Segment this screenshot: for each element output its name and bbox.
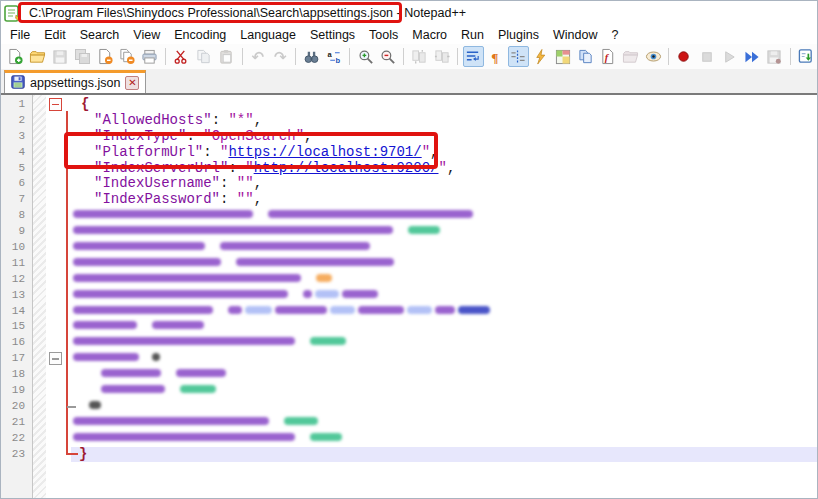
line-number[interactable]: 13 bbox=[1, 288, 32, 304]
code-lines[interactable]: {"AllowedHosts": "*","IndexType": "OpenS… bbox=[71, 97, 817, 462]
line-number[interactable]: 16 bbox=[1, 335, 32, 351]
edit-popup-button[interactable] bbox=[796, 46, 816, 67]
sync-vertical-scrolling-button[interactable] bbox=[409, 46, 429, 67]
line-number[interactable]: 21 bbox=[1, 415, 32, 431]
menu-item-window[interactable]: Window bbox=[546, 27, 604, 43]
line-number[interactable]: 17 bbox=[1, 351, 32, 367]
menu-item-file[interactable]: File bbox=[3, 27, 37, 43]
document-list-button[interactable] bbox=[575, 46, 595, 67]
menu-item-plugins[interactable]: Plugins bbox=[491, 27, 546, 43]
fold-collapse-icon[interactable] bbox=[49, 352, 62, 365]
line-number[interactable]: 20 bbox=[1, 399, 32, 415]
document-map-button[interactable] bbox=[553, 46, 573, 67]
code-line[interactable] bbox=[71, 415, 817, 431]
code-token-url[interactable]: https://localhost:9701/ bbox=[228, 144, 421, 160]
code-line[interactable]: "PlatformUrl": "https://localhost:9701/"… bbox=[71, 145, 817, 161]
open-file-button[interactable] bbox=[27, 46, 47, 67]
line-number[interactable]: 6 bbox=[1, 176, 32, 192]
close-all-button[interactable] bbox=[117, 46, 137, 67]
menu-item-view[interactable]: View bbox=[126, 27, 167, 43]
menu-item-settings[interactable]: Settings bbox=[303, 27, 362, 43]
line-number[interactable]: 10 bbox=[1, 240, 32, 256]
code-line[interactable] bbox=[71, 335, 817, 351]
zoom-out-button[interactable] bbox=[378, 46, 398, 67]
line-number[interactable]: 18 bbox=[1, 367, 32, 383]
tab-close-icon[interactable]: ✕ bbox=[125, 76, 139, 90]
sync-horizontal-scrolling-button[interactable] bbox=[432, 46, 452, 67]
code-line[interactable] bbox=[71, 383, 817, 399]
folder-as-workspace-button[interactable] bbox=[620, 46, 640, 67]
line-number-margin[interactable]: 1234567891011121314151617181920212223 bbox=[1, 95, 33, 498]
line-number[interactable]: 7 bbox=[1, 192, 32, 208]
line-number[interactable]: 12 bbox=[1, 272, 32, 288]
menu-item-run[interactable]: Run bbox=[454, 27, 491, 43]
replace-button[interactable]: ab bbox=[324, 46, 344, 67]
code-line[interactable] bbox=[71, 319, 817, 335]
code-line[interactable] bbox=[71, 304, 817, 320]
line-number[interactable]: 19 bbox=[1, 383, 32, 399]
macro-stop-button[interactable] bbox=[697, 46, 717, 67]
monitoring-button[interactable] bbox=[643, 46, 663, 67]
code-line[interactable]: "IndexType": "OpenSearch", bbox=[71, 129, 817, 145]
undo-button[interactable]: ↶ bbox=[248, 46, 268, 67]
cut-button[interactable] bbox=[171, 46, 191, 67]
print-button[interactable] bbox=[140, 46, 160, 67]
code-line[interactable]: "IndexServerUrl": "http://localhost:9200… bbox=[71, 161, 817, 177]
new-file-button[interactable] bbox=[5, 46, 25, 67]
save-all-button[interactable] bbox=[72, 46, 92, 67]
line-number[interactable]: 1 bbox=[1, 97, 32, 113]
line-number[interactable]: 3 bbox=[1, 129, 32, 145]
line-number[interactable]: 15 bbox=[1, 319, 32, 335]
code-token-url[interactable]: http://localhost:9200/ bbox=[254, 160, 439, 176]
show-all-characters-button[interactable]: ¶ bbox=[486, 46, 506, 67]
bookmark-margin[interactable] bbox=[33, 95, 46, 498]
macro-play-button[interactable] bbox=[719, 46, 739, 67]
code-line[interactable]: { bbox=[71, 97, 817, 113]
code-line[interactable] bbox=[71, 367, 817, 383]
zoom-in-button[interactable] bbox=[355, 46, 375, 67]
line-number[interactable]: 22 bbox=[1, 431, 32, 447]
menu-item-language[interactable]: Language bbox=[233, 27, 303, 43]
menu-item-help[interactable]: ? bbox=[604, 27, 625, 43]
line-number[interactable]: 2 bbox=[1, 113, 32, 129]
menu-item-search[interactable]: Search bbox=[73, 27, 127, 43]
code-line[interactable] bbox=[71, 431, 817, 447]
code-line[interactable] bbox=[71, 351, 817, 367]
define-language-button[interactable] bbox=[531, 46, 551, 67]
function-list-button[interactable]: f bbox=[598, 46, 618, 67]
paste-button[interactable] bbox=[216, 46, 236, 67]
code-line[interactable]: "AllowedHosts": "*", bbox=[71, 113, 817, 129]
menu-item-tools[interactable]: Tools bbox=[362, 27, 405, 43]
code-line[interactable] bbox=[71, 224, 817, 240]
fold-collapse-icon[interactable] bbox=[49, 98, 62, 111]
menu-item-edit[interactable]: Edit bbox=[37, 27, 73, 43]
tab-appsettings-json[interactable]: appsettings.json ✕ bbox=[4, 70, 146, 93]
code-line[interactable] bbox=[71, 288, 817, 304]
code-line[interactable] bbox=[71, 240, 817, 256]
macro-save-button[interactable] bbox=[764, 46, 784, 67]
word-wrap-button[interactable] bbox=[463, 46, 483, 67]
line-number[interactable]: 11 bbox=[1, 256, 32, 272]
code-line[interactable]: "IndexUsername": "", bbox=[71, 176, 817, 192]
code-editor[interactable]: 1234567891011121314151617181920212223 {"… bbox=[1, 95, 817, 498]
menu-item-macro[interactable]: Macro bbox=[405, 27, 454, 43]
close-button[interactable] bbox=[95, 46, 115, 67]
macro-run-multiple-button[interactable] bbox=[742, 46, 762, 67]
line-number[interactable]: 5 bbox=[1, 161, 32, 177]
line-number[interactable]: 14 bbox=[1, 304, 32, 320]
copy-button[interactable] bbox=[194, 46, 214, 67]
redo-button[interactable]: ↷ bbox=[270, 46, 290, 67]
code-line[interactable] bbox=[71, 256, 817, 272]
code-line[interactable]: "IndexPassword": "", bbox=[71, 192, 817, 208]
macro-record-button[interactable] bbox=[674, 46, 694, 67]
code-line-current[interactable]: } bbox=[71, 447, 817, 463]
line-number[interactable]: 9 bbox=[1, 224, 32, 240]
line-number[interactable]: 23 bbox=[1, 447, 32, 463]
show-indent-guide-button[interactable] bbox=[508, 46, 528, 67]
menu-item-encoding[interactable]: Encoding bbox=[167, 27, 233, 43]
code-line[interactable] bbox=[71, 272, 817, 288]
code-line[interactable] bbox=[71, 208, 817, 224]
line-number[interactable]: 4 bbox=[1, 145, 32, 161]
line-number[interactable]: 8 bbox=[1, 208, 32, 224]
code-line[interactable] bbox=[71, 399, 817, 415]
